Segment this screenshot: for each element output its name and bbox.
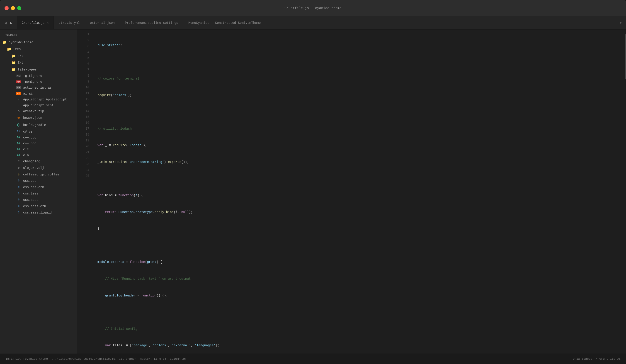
sidebar-item-gradle[interactable]: ⬡ build.gradle [0,121,77,129]
sidebar-item-css2[interactable]: # css.css.erb [0,184,77,190]
code-line-18: // Initial config [97,326,623,332]
sidebar-header: FOLDERS [0,30,77,39]
line-num-10: 10 [77,85,93,91]
sidebar-item-changelog[interactable]: ≡ changelog [0,158,77,164]
sidebar-item-cyanide-theme[interactable]: 📁 cyanide-theme [0,39,77,46]
file-badge-applescript2: ◇ [16,104,21,107]
scrollbar-thumb[interactable] [625,34,626,79]
sidebar-item-ch[interactable]: G+ c.h [0,152,77,158]
sidebar-item-file-types[interactable]: 📁 file-types [0,66,77,73]
file-badge-npmignore: npm [16,81,21,83]
file-badge-clj: ⊛ [16,166,21,170]
tab-spacer [266,16,616,29]
code-line-16: grunt.log.header = function() {}; [97,293,623,299]
code-line-1: 'use strict'; [97,42,623,48]
line-num-25: 25 [77,173,93,179]
tab-monocyanide[interactable]: MonoCyanide - Constrasted Semi.tmTheme [183,16,266,29]
sidebar-item-label: css.sass [23,198,38,202]
sidebar-item-applescript2[interactable]: ◇ AppleScript.scpt [0,102,77,108]
sidebar-item-bower[interactable]: ⊕ bower.json [0,114,77,121]
sidebar-item-css5[interactable]: # css.sass.erb [0,203,77,209]
file-badge-zip: ⬡ [16,110,21,113]
tab-back-button[interactable]: ◀ [3,20,8,26]
sidebar-item-actionscript[interactable]: AS actionscript.as [0,85,77,91]
line-num-8: 8 [77,73,93,79]
line-num-24: 24 [77,167,93,173]
tab-forward-button[interactable]: ▶ [9,20,14,26]
tab-gruntfile-close[interactable]: ✕ [47,21,49,25]
code-line-3: // colors for terminal [97,76,623,82]
sidebar-item-zip[interactable]: ⬡ archive.zip [0,108,77,114]
line-num-6: 6 [77,61,93,67]
tab-gruntfile[interactable]: Gruntfile.js ✕ [17,16,54,29]
code-line-19: var files = ['package', 'colors', 'exter… [97,343,623,349]
statusbar: 18:14:10, [cyanide-theme] .../sites/cyan… [0,354,626,364]
sidebar-item-npmignore[interactable]: npm .npmignore [0,79,77,85]
sidebar-item-cpp1[interactable]: G+ c++.cpp [0,135,77,141]
tab-travis[interactable]: .travis.yml [54,16,85,29]
sidebar-item-label: Ext [18,61,23,65]
sidebar-item-label: css.css.erb [23,185,44,189]
line-num-3: 3 [77,43,93,49]
tab-travis-label: .travis.yml [59,21,79,25]
code-content[interactable]: 'use strict'; // colors for terminal req… [93,30,623,354]
sidebar-item-csharp[interactable]: C# c#.cs [0,129,77,135]
sidebar-item-cpp2[interactable]: G+ c++.hpp [0,141,77,146]
main-area: FOLDERS 📁 cyanide-theme 📁 +res 📁 art 📁 E… [0,30,626,354]
sidebar-item-gitignore[interactable]: $_ .gitignore [0,73,77,79]
sidebar-item-ext[interactable]: 📁 Ext [0,59,77,66]
code-line-8: _.mixin(require('underscore.string').exp… [97,159,623,165]
tab-external-label: external.json [90,21,115,25]
traffic-lights [4,6,21,10]
line-numbers: 1 2 3 4 5 6 7 8 9 10 11 12 13 14 15 16 1 [77,30,93,354]
sidebar-item-coffee[interactable]: ☕ coffeescript.coffee [0,171,77,178]
sidebar-item-label: ai.ai [23,92,33,95]
window-title: Gruntfile.js — cyanide-theme [284,6,342,10]
maximize-button[interactable] [17,6,21,10]
sidebar-item-css3[interactable]: # css.less [0,190,77,197]
tab-external[interactable]: external.json [85,16,120,29]
sidebar-item-art[interactable]: 📁 art [0,53,77,59]
file-badge-gitignore: $_ [16,75,21,77]
line-num-7: 7 [77,67,93,73]
minimize-button[interactable] [11,6,15,10]
file-badge-css5: # [16,204,21,208]
line-num-22: 22 [77,156,93,161]
sidebar-item-label: art [18,54,23,58]
sidebar-item-label: css.sass.liquid [23,211,52,214]
code-line-13 [97,243,623,249]
sidebar-item-label: actionscript.as [23,86,52,89]
scrollbar-track[interactable] [623,30,626,354]
code-line-11: return Function.prototype.apply.bind(f, … [97,209,623,215]
code-line-7: var _ = require('lodash'); [97,143,623,148]
file-badge-cpp1: G+ [16,136,21,139]
tab-preferences[interactable]: Preferences.sublime-settings [120,16,183,29]
sidebar-item-css6[interactable]: # css.sass.liquid [0,209,77,216]
file-badge-applescript1: ◇ [16,98,21,101]
sidebar-item-cc[interactable]: G+ c.c [0,146,77,152]
tab-nav: ◀ ▶ [0,16,17,29]
code-line-4: require('colors'); [97,92,623,98]
sidebar-item-clj[interactable]: ⊛ clojure.clj [0,164,77,171]
file-badge-as: AS [16,86,21,89]
sidebar-item-css4[interactable]: # css.sass [0,197,77,203]
line-num-12: 12 [77,97,93,102]
close-button[interactable] [4,6,9,10]
sidebar-item-label: .npmignore [23,80,42,84]
window: Gruntfile.js — cyanide-theme ◀ ▶ Gruntfi… [0,0,626,364]
line-num-14: 14 [77,108,93,114]
sidebar-item-applescript1[interactable]: ◇ AppleScript.AppleScript [0,97,77,102]
line-num-17: 17 [77,126,93,132]
sidebar-item-label: css.less [23,192,38,195]
sidebar-item-ai[interactable]: Ai ai.ai [0,91,77,97]
file-badge-gradle: ⬡ [16,123,21,128]
tab-dropdown-button[interactable]: ▾ [615,16,626,29]
code-line-14: module.exports = function(grunt) { [97,259,623,265]
sidebar-item-css1[interactable]: # css.css [0,178,77,184]
code-area[interactable]: 1 2 3 4 5 6 7 8 9 10 11 12 13 14 15 16 1 [77,30,626,354]
code-line-6: // utility, lodash [97,126,623,132]
sidebar-item-label: clojure.clj [23,166,44,170]
line-num-9: 9 [77,79,93,85]
folder-icon: 📁 [2,40,7,45]
sidebar-item-res[interactable]: 📁 +res [0,46,77,53]
